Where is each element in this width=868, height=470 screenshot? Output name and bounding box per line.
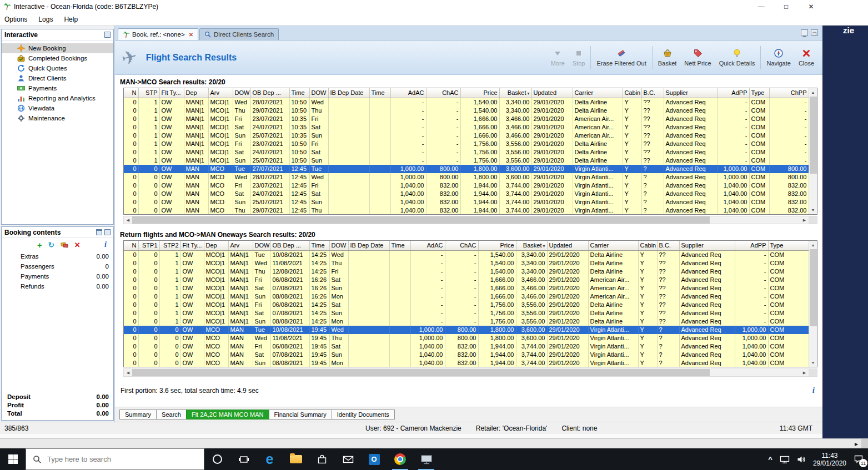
column-header[interactable]: DOW <box>309 88 328 98</box>
column-header[interactable]: ChAC <box>445 241 478 250</box>
column-header[interactable]: Dep <box>184 88 208 98</box>
column-header[interactable]: Supplier <box>679 241 735 250</box>
task-view-icon[interactable] <box>230 448 257 470</box>
column-header[interactable]: Price <box>478 241 516 250</box>
taskbar-search[interactable] <box>26 448 204 470</box>
tab-financial-summary[interactable]: Financial Summary <box>269 410 332 420</box>
column-header[interactable]: Type <box>768 241 809 250</box>
remote-desktop-icon[interactable] <box>413 448 439 470</box>
network-icon[interactable] <box>780 455 790 464</box>
result-row[interactable]: 000OWMCOMANSun08/08/202119:45Mon1,040.00… <box>124 359 809 367</box>
stop-button[interactable]: Stop <box>569 48 589 67</box>
column-header[interactable]: Flt Ty... <box>180 241 204 250</box>
column-header[interactable]: IB Dep Date <box>328 88 369 98</box>
result-row[interactable]: 001OWMCO|1MAN|1Sun08/08/202116:26Mon--1,… <box>124 292 809 301</box>
column-header[interactable]: Dep <box>204 241 228 250</box>
column-header[interactable]: OB Dep ... <box>270 241 309 250</box>
column-header[interactable]: Type <box>749 88 769 98</box>
add-item-icon[interactable]: + <box>37 241 42 249</box>
mdi-minimize-icon[interactable]: ▁ <box>801 29 808 36</box>
sidebar-item-new-booking[interactable]: New Booking <box>2 43 113 53</box>
column-header[interactable]: Basket▾ <box>516 241 547 250</box>
sidebar-item-payments[interactable]: Payments <box>2 83 113 93</box>
column-header[interactable]: AdPP <box>735 241 768 250</box>
scroll-right-icon[interactable]: ▶ <box>851 439 861 448</box>
quick-details-button[interactable]: Quick Details <box>715 48 759 67</box>
scroll-down-icon[interactable]: ▼ <box>809 358 817 367</box>
search-input[interactable] <box>47 455 180 463</box>
column-header[interactable]: Basket▾ <box>499 88 531 98</box>
column-header[interactable]: Price <box>460 88 499 98</box>
column-header[interactable]: Cabin <box>638 241 657 250</box>
nett-price-button[interactable]: Nett Price <box>680 48 715 67</box>
result-row[interactable]: 001OWMCO|1MAN|1Tue10/08/202114:25Wed--1,… <box>124 250 809 259</box>
panel-minimize-icon[interactable] <box>96 229 102 235</box>
panel-dock-icon[interactable] <box>104 32 111 38</box>
scroll-left-icon[interactable]: ◀ <box>124 368 132 377</box>
tab-identity-documents[interactable]: Identity Documents <box>332 410 395 420</box>
outlook-icon[interactable]: O <box>361 448 387 470</box>
result-row[interactable]: 01OWMAN|1MCO|1Sat24/07/202110:35Sat--1,6… <box>124 123 809 132</box>
edge-icon[interactable]: e <box>257 448 283 470</box>
minimize-button[interactable]: — <box>749 0 774 13</box>
result-row[interactable]: 000OWMCOMANFri06/08/202119:45Sat1,040.00… <box>124 342 809 351</box>
result-row[interactable]: 01OWMAN|1MCO|1Thu29/07/202110:50Thu--1,5… <box>124 107 809 115</box>
result-row-selected[interactable]: 00OWMANMCOTue27/07/202112:45Tue1,000.008… <box>124 165 809 173</box>
scrollbar-thumb[interactable] <box>810 97 817 174</box>
column-header[interactable]: ChPP <box>769 88 809 98</box>
result-row[interactable]: 01OWMAN|1MCO|1Wed28/07/202110:50Wed--1,5… <box>124 98 809 107</box>
result-row[interactable]: 01OWMAN|1MCO|1Fri23/07/202110:35Fri--1,6… <box>124 115 809 123</box>
column-header[interactable]: Flt Ty... <box>159 88 184 98</box>
close-results-button[interactable]: Close <box>795 48 818 67</box>
info-icon[interactable]: i <box>104 241 107 249</box>
price-tags-icon[interactable] <box>61 241 68 249</box>
column-header[interactable]: Time <box>369 88 390 98</box>
result-row[interactable]: 00OWMANMCOFri23/07/202112:45Fri1,040.008… <box>124 181 809 190</box>
cortana-icon[interactable] <box>204 448 230 470</box>
hidden-icons-icon[interactable]: ^ <box>768 455 772 463</box>
close-button[interactable]: ✕ <box>799 0 824 13</box>
navigate-button[interactable]: Navigate <box>762 48 794 67</box>
column-header[interactable]: N <box>124 88 138 98</box>
horizontal-scrollbar[interactable]: ◀ ▶ <box>123 368 817 377</box>
tab-search[interactable]: Search <box>156 410 187 420</box>
column-header[interactable]: Supplier <box>664 88 717 98</box>
column-header[interactable]: Arv <box>228 241 253 250</box>
result-row-selected[interactable]: 000OWMCOMANTue10/08/202119:45Wed1,000.00… <box>124 326 809 334</box>
vertical-scrollbar[interactable]: ▲ ▼ <box>809 241 817 367</box>
column-header[interactable]: AdAC <box>410 241 445 250</box>
column-header[interactable]: DOW <box>233 88 250 98</box>
result-row[interactable]: 00OWMANMCOSat24/07/202112:45Sat1,040.008… <box>124 190 809 198</box>
chrome-icon[interactable] <box>387 448 413 470</box>
result-row[interactable]: 001OWMCO|1MAN|1Sun08/08/202114:25Mon--1,… <box>124 317 809 326</box>
result-row[interactable]: 001OWMCO|1MAN|1Sat07/08/202114:25Sun--1,… <box>124 309 809 317</box>
column-header[interactable]: Time <box>389 241 410 250</box>
result-row[interactable]: 001OWMCO|1MAN|1Fri06/08/202116:26Sat--1,… <box>124 276 809 284</box>
tab-direct-clients-search[interactable]: Direct Clients Search <box>199 28 279 40</box>
scroll-up-icon[interactable]: ▲ <box>809 241 817 249</box>
maximize-button[interactable]: □ <box>774 0 799 13</box>
result-row[interactable]: 001OWMCO|1MAN|1Sat07/08/202116:26Sun--1,… <box>124 284 809 292</box>
result-row[interactable]: 01OWMAN|1MCO|1Sun25/07/202110:50Sun--1,7… <box>124 156 809 165</box>
column-header[interactable]: Updated <box>547 241 588 250</box>
column-header[interactable]: B.C. <box>641 88 664 98</box>
sidebar-item-direct-clients[interactable]: Direct Clients <box>2 73 113 83</box>
result-row[interactable]: 01OWMAN|1MCO|1Sun25/07/202110:35Sun--1,6… <box>124 132 809 140</box>
sidebar-item-reporting[interactable]: Reporting and Analytics <box>2 93 113 103</box>
column-header[interactable]: DOW <box>329 241 348 250</box>
result-row[interactable]: 001OWMCO|1MAN|1Thu12/08/202114:25Fri--1,… <box>124 267 809 276</box>
column-header[interactable]: AdPP <box>717 88 749 98</box>
refresh-icon[interactable]: ↻ <box>48 241 54 249</box>
column-header[interactable]: STP <box>138 88 159 98</box>
scroll-left-icon[interactable]: ◀ <box>124 216 132 224</box>
menu-help[interactable]: Help <box>64 16 78 23</box>
result-row[interactable]: 001OWMCO|1MAN|1Wed11/08/202114:25Thu--1,… <box>124 259 809 267</box>
taskbar-clock[interactable]: 11:43 29/01/2020 <box>813 452 846 467</box>
column-header[interactable]: Carrier <box>588 241 638 250</box>
column-header[interactable]: OB Dep ... <box>250 88 289 98</box>
column-header[interactable]: IB Dep Date <box>348 241 389 250</box>
column-header[interactable]: AdAC <box>390 88 426 98</box>
scroll-down-icon[interactable]: ▼ <box>809 206 817 214</box>
column-header[interactable]: Cabin <box>623 88 641 98</box>
scrollbar-thumb[interactable] <box>810 249 817 326</box>
